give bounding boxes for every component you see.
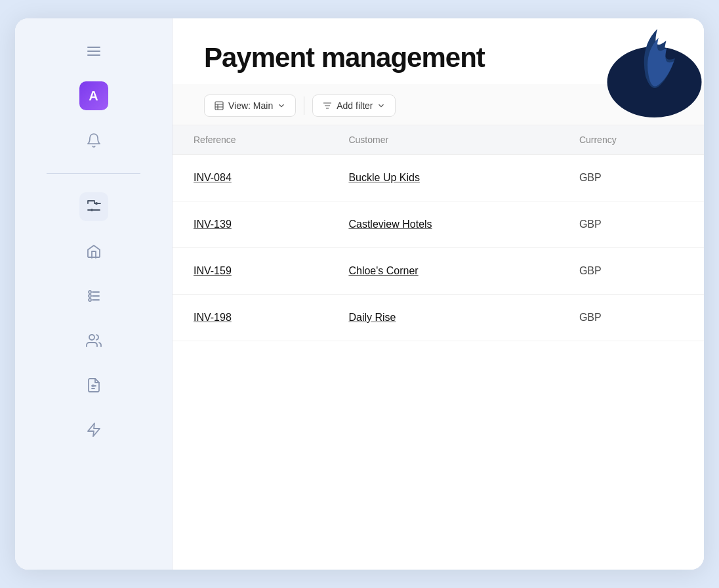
cell-customer[interactable]: Daily Rise bbox=[327, 295, 558, 341]
cell-reference[interactable]: INV-159 bbox=[173, 248, 327, 295]
payments-table: Reference Customer Currency INV-084Buckl… bbox=[173, 125, 704, 341]
table-row: INV-139Castleview HotelsGBP bbox=[173, 201, 704, 248]
add-filter-button[interactable]: Add filter bbox=[312, 94, 396, 117]
view-selector-button[interactable]: View: Main bbox=[204, 94, 296, 117]
cell-reference[interactable]: INV-139 bbox=[173, 201, 327, 248]
col-currency: Currency bbox=[558, 125, 704, 155]
cell-customer[interactable]: Buckle Up Kids bbox=[327, 155, 558, 201]
filter-icon bbox=[322, 100, 333, 111]
svg-point-13 bbox=[89, 335, 94, 340]
svg-marker-17 bbox=[88, 423, 100, 436]
toolbar-separator bbox=[304, 96, 304, 115]
svg-point-5 bbox=[91, 209, 93, 211]
svg-point-6 bbox=[95, 202, 98, 205]
cell-currency: GBP bbox=[558, 155, 704, 201]
page-title: Payment management bbox=[204, 42, 485, 74]
chevron-down-icon-filter bbox=[377, 101, 386, 110]
sidebar: A bbox=[15, 18, 173, 570]
svg-point-11 bbox=[89, 299, 91, 301]
col-reference: Reference bbox=[173, 125, 327, 155]
notifications-icon[interactable] bbox=[79, 126, 108, 155]
sidebar-item-tasks[interactable] bbox=[79, 282, 108, 310]
cell-currency: GBP bbox=[558, 248, 704, 295]
cell-customer[interactable]: Chloe's Corner bbox=[327, 248, 558, 295]
cell-customer[interactable]: Castleview Hotels bbox=[327, 201, 558, 248]
cell-reference[interactable]: INV-198 bbox=[173, 295, 327, 341]
sidebar-item-lightning[interactable] bbox=[79, 415, 108, 444]
app-window: A bbox=[15, 18, 704, 570]
table-row: INV-198Daily RiseGBP bbox=[173, 295, 704, 341]
svg-point-7 bbox=[89, 291, 91, 293]
svg-point-9 bbox=[89, 295, 91, 297]
chevron-down-icon bbox=[277, 101, 286, 110]
sidebar-item-filter[interactable] bbox=[79, 192, 108, 221]
cell-currency: GBP bbox=[558, 295, 704, 341]
main-content: Payment management View: Main bbox=[173, 18, 704, 570]
menu-icon[interactable] bbox=[79, 37, 108, 66]
cell-reference[interactable]: INV-084 bbox=[173, 155, 327, 201]
cell-currency: GBP bbox=[558, 201, 704, 248]
col-customer: Customer bbox=[327, 125, 558, 155]
svg-text:£: £ bbox=[92, 383, 94, 388]
sidebar-item-contacts[interactable] bbox=[79, 326, 108, 355]
header: Payment management bbox=[173, 18, 704, 84]
avatar[interactable]: A bbox=[79, 81, 108, 110]
table-icon bbox=[214, 100, 224, 111]
table-row: INV-159Chloe's CornerGBP bbox=[173, 248, 704, 295]
table-header-row: Reference Customer Currency bbox=[173, 125, 704, 155]
brand-logo bbox=[592, 18, 704, 123]
sidebar-divider-1 bbox=[47, 173, 140, 174]
table-row: INV-084Buckle Up KidsGBP bbox=[173, 155, 704, 201]
table-container: Reference Customer Currency INV-084Buckl… bbox=[173, 125, 704, 570]
sidebar-item-documents[interactable]: £ bbox=[79, 371, 108, 400]
sidebar-item-home[interactable] bbox=[79, 237, 108, 266]
svg-rect-19 bbox=[215, 102, 223, 110]
